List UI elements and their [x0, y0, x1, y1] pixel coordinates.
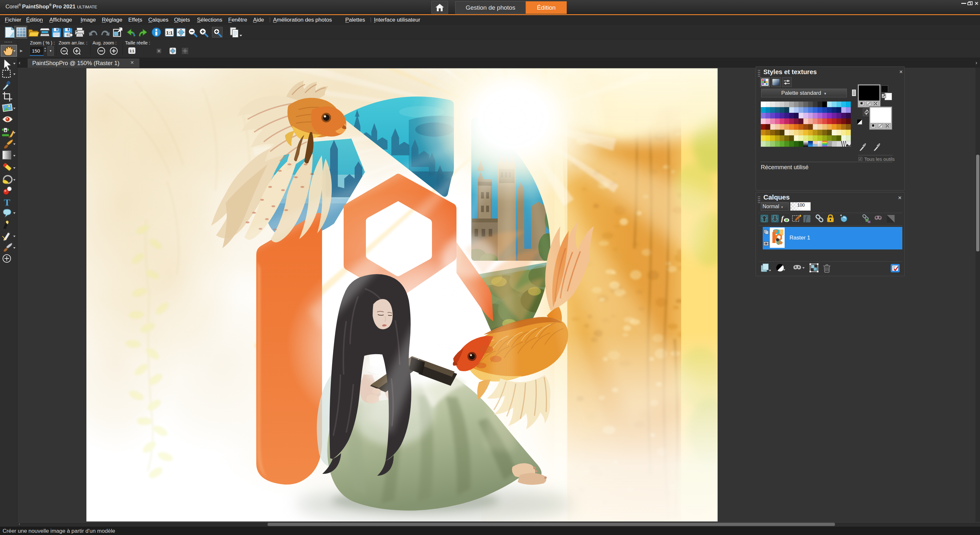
svg-text:1:1: 1:1: [130, 49, 134, 53]
svg-text:T: T: [4, 197, 10, 208]
svg-text:f: f: [781, 214, 784, 222]
svg-text:1:1: 1:1: [166, 30, 172, 35]
